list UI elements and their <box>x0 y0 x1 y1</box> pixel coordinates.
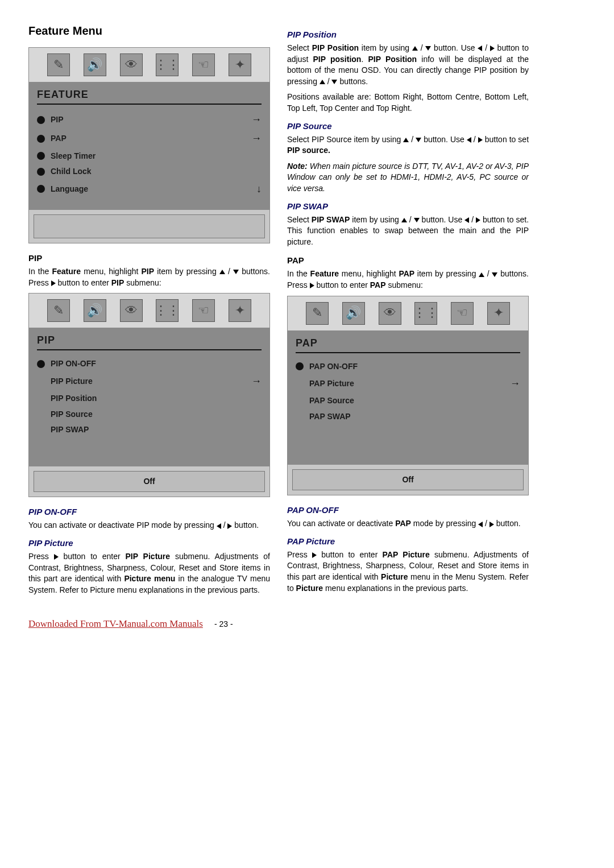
eye-icon: 👁 <box>120 53 143 76</box>
right-icon <box>54 554 59 560</box>
up-icon <box>412 46 418 51</box>
pap-picture-text: Press button to enter PAP Picture submen… <box>287 549 529 594</box>
down-icon <box>414 218 420 222</box>
left-icon <box>467 137 471 143</box>
pip-source-text: Select PIP Source item by using / button… <box>287 134 529 156</box>
osd-icon-row: ✎ 🔊 👁 ⋮⋮ ☜ ✦ <box>29 48 269 82</box>
down-icon <box>331 80 337 84</box>
dots-icon: ⋮⋮ <box>414 302 437 325</box>
left-column: Feature Menu ✎ 🔊 👁 ⋮⋮ ☜ ✦ FEATURE PIP→ P… <box>28 23 270 600</box>
speaker-icon: 🔊 <box>84 299 106 322</box>
right-icon <box>476 217 480 223</box>
right-icon <box>310 283 314 288</box>
list-item: PAP SWAP <box>296 409 520 425</box>
pip-position-text2: Positions available are: Bottom Right, B… <box>287 92 529 114</box>
right-icon <box>51 280 56 286</box>
download-link[interactable]: Downloaded From TV-Manual.com Manuals <box>28 617 203 631</box>
hand-icon: ☜ <box>192 299 215 322</box>
pip-heading: PIP <box>28 252 270 264</box>
right-icon <box>478 137 483 143</box>
list-item: PAP Picture→ <box>296 374 520 393</box>
left-icon <box>464 217 469 223</box>
up-icon <box>479 272 484 277</box>
list-item: PIP ON-OFF <box>37 356 262 372</box>
speaker-icon: 🔊 <box>84 53 106 76</box>
pap-intro: In the Feature menu, highlight PAP item … <box>287 268 529 291</box>
pip-picture-text: Press button to enter PIP Picture submen… <box>28 551 270 596</box>
list-item: PAP Source <box>296 393 520 409</box>
pip-osd-footer: Off <box>34 471 265 493</box>
pap-onoff-heading: PAP ON-OFF <box>287 504 529 516</box>
down-icon <box>425 46 431 51</box>
pip-osd-title: PIP <box>37 333 262 350</box>
pip-position-text: Select PIP Position item by using / butt… <box>287 43 529 87</box>
left-icon <box>217 523 221 529</box>
right-icon <box>490 46 495 51</box>
pip-onoff-text: You can activate or deactivate PIP mode … <box>28 520 270 531</box>
hand-icon: ☜ <box>451 302 474 325</box>
left-icon <box>478 522 483 527</box>
tool-icon: ✦ <box>487 302 510 325</box>
list-item: Child Lock <box>37 164 262 180</box>
right-icon <box>489 522 494 527</box>
pip-swap-text: Select PIP SWAP item by using / button. … <box>287 214 529 248</box>
brush-icon: ✎ <box>306 302 329 325</box>
list-item: PAP ON-OFF <box>296 359 520 375</box>
list-item: PIP Source <box>37 407 262 423</box>
pap-heading: PAP <box>287 254 529 266</box>
left-icon <box>478 46 482 51</box>
pip-position-heading: PIP Position <box>287 28 529 40</box>
right-column: PIP Position Select PIP Position item by… <box>287 23 529 600</box>
list-item: PIP SWAP <box>37 422 262 438</box>
list-item: PIP Position <box>37 391 262 407</box>
feature-osd: ✎ 🔊 👁 ⋮⋮ ☜ ✦ FEATURE PIP→ PAP→ Sleep Tim… <box>28 47 270 243</box>
page-number: - 23 - <box>214 619 233 630</box>
list-item: PIP Picture→ <box>37 372 262 391</box>
down-icon <box>492 272 497 277</box>
pip-source-note: Note: When main picture source is DTT, T… <box>287 161 529 195</box>
osd-icon-row: ✎ 🔊 👁 ⋮⋮ ☜ ✦ <box>29 294 269 328</box>
list-item: Sleep Timer <box>37 148 262 164</box>
pip-source-heading: PIP Source <box>287 120 529 132</box>
dots-icon: ⋮⋮ <box>156 299 179 322</box>
tool-icon: ✦ <box>229 53 251 76</box>
tool-icon: ✦ <box>229 299 251 322</box>
dots-icon: ⋮⋮ <box>156 53 179 76</box>
brush-icon: ✎ <box>47 299 70 322</box>
pap-picture-heading: PAP Picture <box>287 535 529 547</box>
eye-icon: 👁 <box>120 299 143 322</box>
eye-icon: 👁 <box>379 302 401 325</box>
pap-osd-footer: Off <box>292 469 524 491</box>
brush-icon: ✎ <box>47 53 70 76</box>
speaker-icon: 🔊 <box>342 302 365 325</box>
right-icon <box>227 523 232 529</box>
page-title: Feature Menu <box>28 23 270 39</box>
pip-osd: ✎ 🔊 👁 ⋮⋮ ☜ ✦ PIP PIP ON-OFF PIP Picture→… <box>28 293 270 497</box>
pip-picture-heading: PIP Picture <box>28 537 270 549</box>
feature-osd-title: FEATURE <box>37 88 262 105</box>
up-icon <box>401 218 407 222</box>
up-icon <box>320 80 325 84</box>
pap-onoff-text: You can activate or deactivate PAP mode … <box>287 518 529 530</box>
down-icon <box>416 138 421 142</box>
list-item: Language↓ <box>37 180 262 199</box>
pip-onoff-heading: PIP ON-OFF <box>28 506 270 518</box>
pap-osd-title: PAP <box>296 336 520 353</box>
pap-osd: ✎ 🔊 👁 ⋮⋮ ☜ ✦ PAP PAP ON-OFF PAP Picture→… <box>287 296 529 496</box>
up-icon <box>403 138 409 142</box>
up-icon <box>219 270 225 274</box>
right-icon <box>312 552 317 558</box>
list-item: PIP→ <box>37 110 262 129</box>
pip-intro: In the Feature menu, highlight PIP item … <box>28 266 270 288</box>
list-item: PAP→ <box>37 129 262 148</box>
down-icon <box>233 270 239 274</box>
osd-icon-row: ✎ 🔊 👁 ⋮⋮ ☜ ✦ <box>288 296 528 330</box>
pip-swap-heading: PIP SWAP <box>287 200 529 212</box>
hand-icon: ☜ <box>192 53 215 76</box>
